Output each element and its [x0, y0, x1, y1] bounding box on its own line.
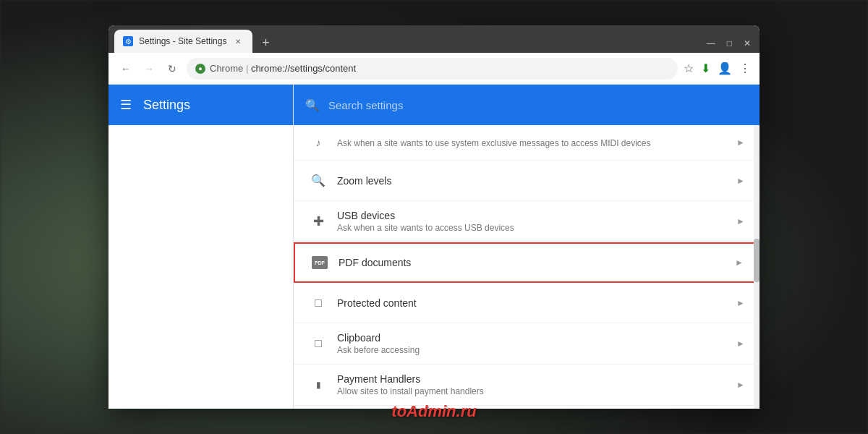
clipboard-icon: □: [308, 333, 328, 354]
address-bar: ← → ↻ ● Chrome | chrome://settings/conte…: [109, 53, 760, 85]
payment-icon: ▮: [308, 375, 328, 395]
payment-title: Payment Handlers: [337, 373, 736, 385]
title-bar: Settings - Site Settings ✕ + — □ ✕: [109, 25, 760, 53]
main-content: ☰ Settings 🔍 ♪ Ask when a site wants to …: [109, 85, 760, 409]
clipboard-title: Clipboard: [337, 332, 736, 344]
download-icon[interactable]: ⬇: [701, 61, 710, 75]
list-item-midi[interactable]: ♪ Ask when a site wants to use system ex…: [294, 125, 760, 161]
minimize-button[interactable]: —: [707, 38, 715, 48]
pdf-arrow: ►: [735, 258, 744, 268]
list-item-usb[interactable]: ✚ USB devices Ask when a site wants to a…: [294, 201, 760, 242]
payment-subtitle: Allow sites to install payment handlers: [337, 386, 736, 396]
item-content-payment: Payment Handlers Allow sites to install …: [337, 373, 736, 396]
toolbar-icons: ☆ ⬇ 👤 ⋮: [684, 61, 751, 75]
search-bar: 🔍: [294, 85, 760, 125]
url-path: chrome://settings/content: [251, 63, 356, 74]
content-area: 🔍 ♪ Ask when a site wants to use system …: [294, 85, 760, 409]
new-tab-button[interactable]: +: [255, 33, 276, 53]
zoom-arrow: ►: [736, 176, 745, 186]
pdf-icon: PDF: [310, 252, 330, 273]
list-item-zoom[interactable]: 🔍 Zoom levels ►: [294, 161, 760, 201]
pdf-icon-box: PDF: [312, 256, 328, 269]
protected-icon: □: [308, 293, 328, 313]
item-content-protected: Protected content: [337, 297, 736, 309]
window-controls: — □ ✕: [707, 38, 754, 53]
sidebar: ☰ Settings: [109, 85, 294, 409]
clipboard-arrow: ►: [736, 339, 745, 349]
zoom-icon: 🔍: [308, 171, 328, 191]
protected-arrow: ►: [736, 298, 745, 308]
scrollbar-thumb[interactable]: [754, 239, 760, 282]
list-item-payment[interactable]: ▮ Payment Handlers Allow sites to instal…: [294, 365, 760, 406]
bookmark-icon[interactable]: ☆: [684, 61, 694, 75]
clipboard-subtitle: Ask before accessing: [337, 345, 736, 355]
usb-subtitle: Ask when a site wants to access USB devi…: [337, 223, 736, 233]
search-input[interactable]: [328, 99, 748, 111]
maximize-button[interactable]: □: [727, 38, 732, 48]
url-domain: Chrome: [210, 63, 243, 74]
watermark: toAdmin.ru: [391, 402, 476, 421]
midi-icon: ♪: [308, 132, 328, 153]
close-button[interactable]: ✕: [744, 38, 751, 48]
url-box[interactable]: ● Chrome | chrome://settings/content: [187, 58, 678, 80]
active-tab[interactable]: Settings - Site Settings ✕: [114, 30, 252, 53]
item-content-zoom: Zoom levels: [337, 175, 736, 187]
tabs-area: Settings - Site Settings ✕ +: [114, 30, 707, 53]
protected-title: Protected content: [337, 297, 736, 309]
sidebar-title: Settings: [143, 98, 190, 113]
payment-arrow: ►: [736, 380, 745, 390]
chrome-window: Settings - Site Settings ✕ + — □ ✕ ← → ↻…: [109, 25, 760, 409]
search-icon: 🔍: [305, 98, 320, 112]
pdf-title: PDF documents: [339, 257, 735, 268]
url-text: Chrome | chrome://settings/content: [210, 63, 356, 74]
item-content-pdf: PDF documents: [339, 257, 735, 268]
secure-icon: ●: [195, 64, 205, 74]
tab-title: Settings - Site Settings: [139, 36, 226, 46]
back-button[interactable]: ←: [117, 60, 135, 77]
list-item-protected[interactable]: □ Protected content ►: [294, 283, 760, 323]
zoom-title: Zoom levels: [337, 175, 736, 187]
item-content-usb: USB devices Ask when a site wants to acc…: [337, 210, 736, 233]
list-item-clipboard[interactable]: □ Clipboard Ask before accessing ►: [294, 323, 760, 365]
usb-icon: ✚: [308, 211, 328, 231]
item-content-midi: Ask when a site wants to use system excl…: [337, 136, 736, 149]
reload-button[interactable]: ↻: [163, 60, 181, 77]
tab-close-button[interactable]: ✕: [232, 35, 244, 47]
settings-list: ♪ Ask when a site wants to use system ex…: [294, 125, 760, 406]
midi-arrow: ►: [736, 137, 745, 148]
tab-favicon: [123, 36, 133, 46]
scrollbar-track: [754, 125, 760, 409]
usb-title: USB devices: [337, 210, 736, 221]
forward-button[interactable]: →: [140, 60, 158, 77]
list-item-pdf[interactable]: PDF PDF documents ►: [294, 242, 760, 283]
midi-subtitle: Ask when a site wants to use system excl…: [337, 138, 651, 148]
profile-icon[interactable]: 👤: [718, 61, 732, 75]
hamburger-icon[interactable]: ☰: [120, 97, 132, 113]
usb-arrow: ►: [736, 216, 745, 226]
menu-icon[interactable]: ⋮: [739, 61, 751, 75]
sidebar-header: ☰ Settings: [109, 85, 293, 125]
item-content-clipboard: Clipboard Ask before accessing: [337, 332, 736, 355]
